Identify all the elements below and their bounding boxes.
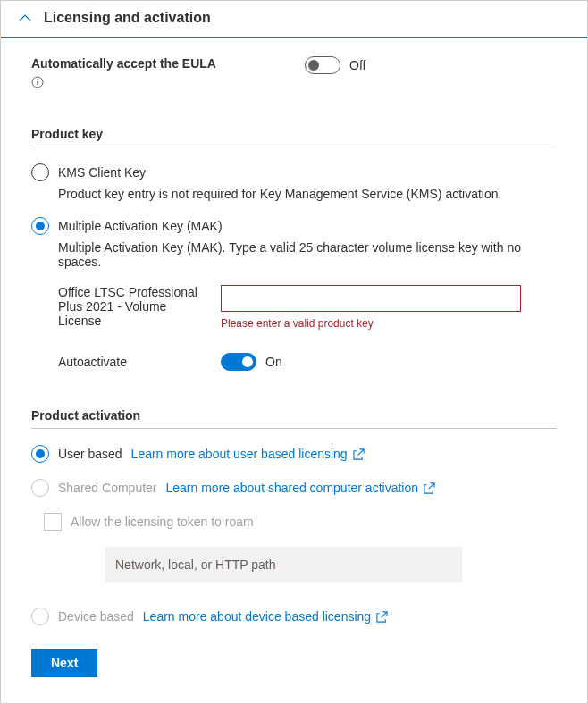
user-based-label: User based — [58, 447, 122, 461]
mak-field-label: Office LTSC Professional Plus 2021 - Vol… — [58, 285, 221, 330]
mak-desc: Multiple Activation Key (MAK). Type a va… — [58, 240, 557, 269]
user-based-link-text: Learn more about user based licensing — [131, 447, 348, 461]
autoactivate-label: Autoactivate — [58, 355, 221, 369]
mak-field-row: Office LTSC Professional Plus 2021 - Vol… — [58, 285, 557, 330]
info-icon[interactable] — [31, 76, 44, 91]
panel-title: Licensing and activation — [44, 10, 211, 26]
divider — [31, 428, 557, 429]
autoactivate-toggle-state: On — [265, 355, 282, 369]
eula-toggle-state: Off — [349, 58, 365, 72]
mak-error: Please enter a valid product key — [221, 317, 557, 330]
divider — [31, 147, 557, 147]
autoactivate-row: Autoactivate On — [58, 353, 557, 371]
roam-checkbox — [44, 513, 62, 531]
roam-label: Allow the licensing token to roam — [71, 515, 254, 529]
mak-field-input-wrap: Please enter a valid product key — [221, 285, 557, 330]
user-based-option[interactable]: User based Learn more about user based l… — [31, 445, 557, 463]
mak-option[interactable]: Multiple Activation Key (MAK) — [31, 217, 557, 235]
kms-option[interactable]: KMS Client Key — [31, 163, 557, 181]
panel-header[interactable]: Licensing and activation — [1, 1, 587, 38]
eula-row: Automatically accept the EULA Off — [31, 56, 557, 91]
roam-path-input — [105, 547, 462, 582]
product-activation-title: Product activation — [31, 408, 557, 423]
next-button[interactable]: Next — [31, 649, 97, 677]
mak-key-input[interactable] — [221, 285, 521, 312]
kms-label: KMS Client Key — [58, 165, 146, 180]
eula-label-wrap: Automatically accept the EULA — [31, 56, 305, 91]
shared-computer-option: Shared Computer Learn more about shared … — [31, 479, 557, 497]
shared-computer-link[interactable]: Learn more about shared computer activat… — [166, 481, 436, 495]
svg-point-1 — [37, 79, 38, 80]
shared-computer-label: Shared Computer — [58, 481, 157, 495]
mak-label: Multiple Activation Key (MAK) — [58, 219, 223, 233]
user-based-radio[interactable] — [31, 445, 49, 463]
user-based-link[interactable]: Learn more about user based licensing — [131, 447, 365, 461]
device-based-option: Device based Learn more about device bas… — [31, 608, 557, 625]
external-link-icon — [424, 482, 435, 494]
device-based-label: Device based — [58, 609, 134, 624]
shared-computer-link-text: Learn more about shared computer activat… — [166, 481, 419, 495]
kms-radio[interactable] — [31, 163, 49, 181]
panel-content: Automatically accept the EULA Off Produc… — [1, 38, 587, 691]
autoactivate-toggle[interactable]: On — [221, 353, 282, 371]
shared-computer-radio — [31, 479, 49, 497]
roam-checkbox-row: Allow the licensing token to roam — [44, 513, 557, 531]
external-link-icon — [376, 611, 388, 623]
mak-radio[interactable] — [31, 217, 49, 235]
eula-toggle[interactable]: Off — [305, 56, 365, 74]
svg-rect-2 — [37, 81, 38, 85]
device-based-radio — [31, 608, 49, 625]
chevron-up-icon — [19, 12, 31, 24]
eula-label: Automatically accept the EULA — [31, 56, 305, 71]
kms-desc: Product key entry is not required for Ke… — [58, 187, 557, 201]
external-link-icon — [353, 448, 365, 460]
product-key-title: Product key — [31, 127, 557, 141]
device-based-link[interactable]: Learn more about device based licensing — [143, 609, 388, 624]
device-based-link-text: Learn more about device based licensing — [143, 609, 371, 624]
licensing-panel: Licensing and activation Automatically a… — [0, 0, 588, 704]
